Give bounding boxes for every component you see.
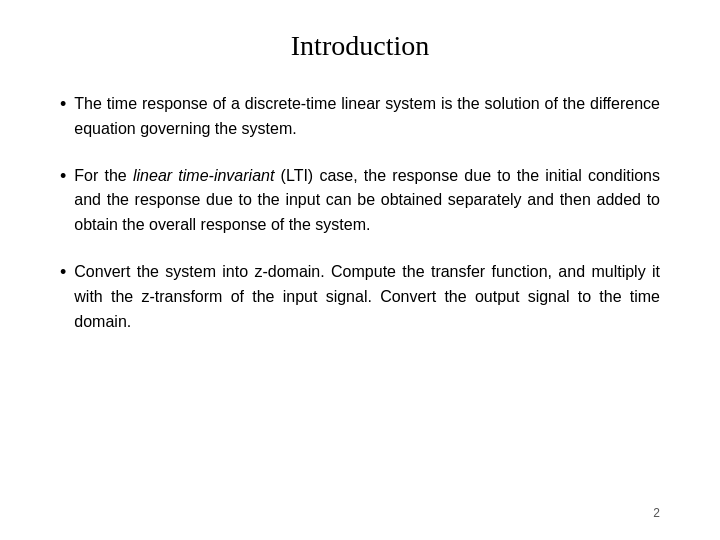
bullet-item-2: • For the linear time-invariant (LTI) ca… — [60, 164, 660, 238]
bullet-text-2: For the linear time-invariant (LTI) case… — [74, 164, 660, 238]
bullet-symbol-1: • — [60, 94, 66, 115]
bullet-item-3: • Convert the system into z-domain. Comp… — [60, 260, 660, 334]
bullet-symbol-2: • — [60, 166, 66, 187]
bullet-text-1: The time response of a discrete-time lin… — [74, 92, 660, 142]
bullet-symbol-3: • — [60, 262, 66, 283]
slide-title: Introduction — [291, 30, 429, 62]
bullet-item-1: • The time response of a discrete-time l… — [60, 92, 660, 142]
slide-content: • The time response of a discrete-time l… — [60, 92, 660, 496]
bullet-text-3: Convert the system into z-domain. Comput… — [74, 260, 660, 334]
page-number: 2 — [60, 496, 660, 520]
